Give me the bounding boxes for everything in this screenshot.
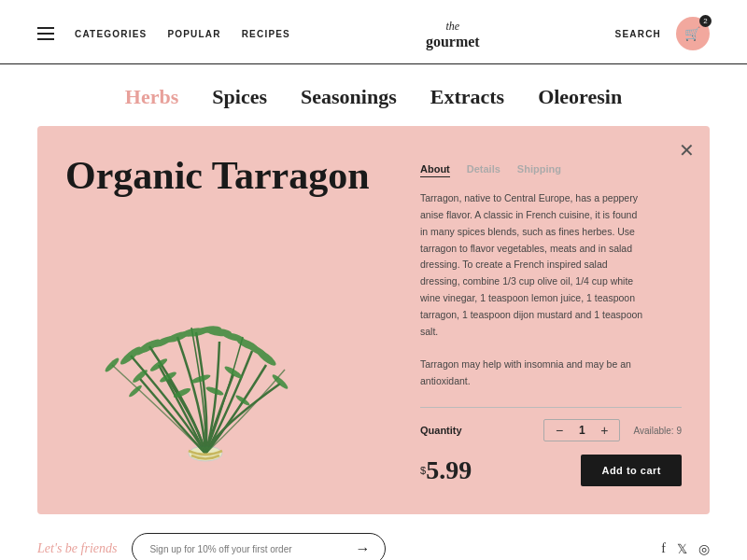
footer-main: Let's be friends → f 𝕏 ◎ [0,514,747,560]
nav-popular[interactable]: POPULAR [167,29,220,39]
tab-details[interactable]: Details [467,163,500,177]
price-row: $5.99 Add to cart [420,455,682,486]
price: $5.99 [420,455,472,485]
instagram-icon[interactable]: ◎ [698,541,710,557]
close-button[interactable]: ✕ [679,141,695,160]
email-signup: → [132,533,386,560]
available-text: Available: 9 [633,426,682,436]
social-icons: f 𝕏 ◎ [661,541,710,557]
nav-recipes[interactable]: RECIPES [242,29,290,39]
category-nav: Herbs Spices Seasonings Extracts Oleores… [0,64,747,126]
hamburger-icon[interactable] [37,27,54,40]
header-right: SEARCH 🛒 2 [615,17,710,50]
arrow-icon[interactable]: → [355,540,370,557]
svg-point-1 [119,344,144,367]
friends-text: Let's be friends [37,541,117,556]
twitter-icon[interactable]: 𝕏 [677,541,687,557]
product-tabs: About Details Shipping [420,163,682,177]
facebook-icon[interactable]: f [661,541,666,556]
header: CATEGORIES POPULAR RECIPES the gourmet S… [0,0,747,64]
quantity-controls: − 1 + [543,419,620,441]
product-description: Tarragon, native to Central Europe, has … [420,190,644,390]
cart-button[interactable]: 🛒 2 [676,17,710,50]
search-link[interactable]: SEARCH [615,29,661,39]
tab-shipping[interactable]: Shipping [517,163,561,177]
logo-the: the [445,20,459,33]
product-card: Organic Tarragon [37,126,710,514]
quantity-increase[interactable]: + [599,424,610,437]
email-input[interactable] [149,544,317,554]
nav-categories[interactable]: CATEGORIES [75,29,147,39]
tab-about[interactable]: About [420,163,450,177]
divider [420,407,682,408]
logo-gourmet: gourmet [426,34,480,50]
quantity-value: 1 [574,424,589,437]
cat-extracts[interactable]: Extracts [430,85,504,109]
footer: Let's be friends → f 𝕏 ◎ Designed in Ukr… [0,514,747,560]
svg-point-15 [131,368,148,384]
svg-point-16 [223,365,244,381]
footer-left: Let's be friends → [37,533,386,560]
cat-seasonings[interactable]: Seasonings [301,85,397,109]
header-left: CATEGORIES POPULAR RECIPES [37,27,290,40]
svg-point-24 [234,394,251,407]
quantity-label: Quantity [420,425,462,436]
svg-point-13 [254,347,277,368]
product-info: About Details Shipping Tarragon, native … [402,154,682,486]
add-to-cart-button[interactable]: Add to cart [581,455,682,486]
cat-spices[interactable]: Spices [212,85,267,109]
product-image-area: Organic Tarragon [65,154,402,486]
cat-herbs[interactable]: Herbs [125,85,178,109]
herb-image [56,272,411,496]
quantity-decrease[interactable]: − [554,424,565,437]
cart-count: 2 [699,15,712,27]
product-title: Organic Tarragon [65,154,402,197]
cat-oleoresin[interactable]: Oleoresin [538,85,622,109]
quantity-row: Quantity − 1 + Available: 9 [420,419,682,441]
logo: the gourmet [426,17,480,49]
